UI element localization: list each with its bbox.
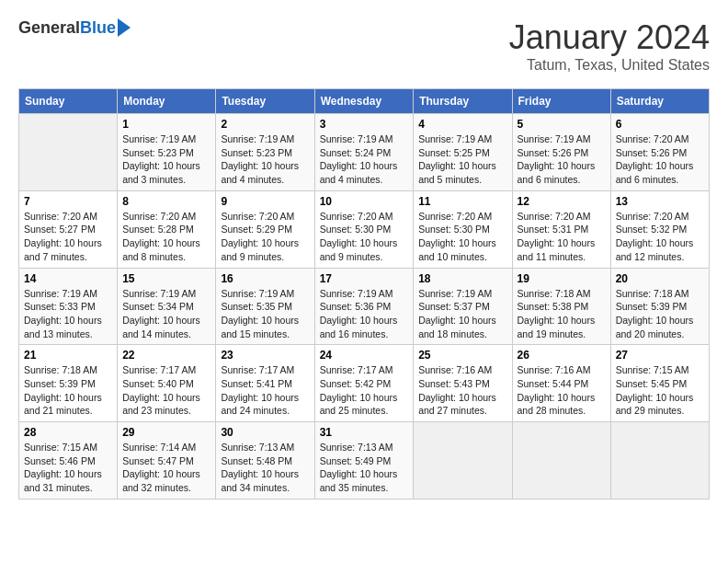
day-number: 10	[320, 195, 409, 208]
week-row-2: 7Sunrise: 7:20 AM Sunset: 5:27 PM Daylig…	[19, 190, 710, 268]
page-header: General Blue January 2024 Tatum, Texas, …	[18, 18, 710, 74]
day-number: 24	[320, 349, 409, 362]
day-info: Sunrise: 7:18 AM Sunset: 5:38 PM Dayligh…	[518, 287, 606, 341]
day-header-saturday: Saturday	[610, 89, 709, 114]
calendar-cell	[414, 422, 512, 500]
day-header-tuesday: Tuesday	[216, 89, 314, 114]
calendar-cell: 7Sunrise: 7:20 AM Sunset: 5:27 PM Daylig…	[19, 190, 118, 268]
day-number: 26	[518, 349, 606, 362]
day-info: Sunrise: 7:19 AM Sunset: 5:25 PM Dayligh…	[418, 132, 506, 187]
day-info: Sunrise: 7:19 AM Sunset: 5:23 PM Dayligh…	[122, 132, 210, 187]
calendar-table: SundayMondayTuesdayWednesdayThursdayFrid…	[18, 88, 710, 500]
calendar-cell	[512, 422, 610, 500]
logo-general-text: General	[18, 18, 80, 38]
day-info: Sunrise: 7:17 AM Sunset: 5:42 PM Dayligh…	[320, 363, 409, 418]
day-info: Sunrise: 7:20 AM Sunset: 5:27 PM Dayligh…	[24, 210, 112, 264]
day-number: 30	[221, 426, 309, 439]
calendar-cell: 11Sunrise: 7:20 AM Sunset: 5:30 PM Dayli…	[414, 190, 512, 268]
day-number: 15	[122, 272, 210, 285]
day-number: 28	[24, 426, 112, 439]
day-number: 23	[221, 349, 309, 362]
calendar-subtitle: Tatum, Texas, United States	[509, 57, 710, 74]
day-number: 7	[24, 195, 112, 208]
calendar-cell: 23Sunrise: 7:17 AM Sunset: 5:41 PM Dayli…	[216, 345, 314, 422]
calendar-body: 1Sunrise: 7:19 AM Sunset: 5:23 PM Daylig…	[19, 114, 710, 500]
day-info: Sunrise: 7:20 AM Sunset: 5:31 PM Dayligh…	[518, 210, 606, 264]
calendar-cell: 31Sunrise: 7:13 AM Sunset: 5:49 PM Dayli…	[314, 422, 414, 500]
day-number: 18	[418, 272, 506, 285]
day-info: Sunrise: 7:19 AM Sunset: 5:23 PM Dayligh…	[221, 132, 309, 187]
calendar-cell: 17Sunrise: 7:19 AM Sunset: 5:36 PM Dayli…	[314, 268, 414, 345]
day-info: Sunrise: 7:19 AM Sunset: 5:36 PM Dayligh…	[320, 287, 409, 341]
day-number: 21	[24, 349, 112, 362]
calendar-cell: 13Sunrise: 7:20 AM Sunset: 5:32 PM Dayli…	[610, 190, 709, 268]
day-info: Sunrise: 7:16 AM Sunset: 5:44 PM Dayligh…	[518, 363, 606, 418]
calendar-cell: 15Sunrise: 7:19 AM Sunset: 5:34 PM Dayli…	[118, 268, 216, 345]
day-info: Sunrise: 7:20 AM Sunset: 5:28 PM Dayligh…	[122, 210, 210, 264]
calendar-cell: 24Sunrise: 7:17 AM Sunset: 5:42 PM Dayli…	[314, 345, 414, 422]
calendar-cell: 28Sunrise: 7:15 AM Sunset: 5:46 PM Dayli…	[19, 422, 118, 500]
day-info: Sunrise: 7:20 AM Sunset: 5:29 PM Dayligh…	[221, 210, 309, 264]
calendar-cell: 9Sunrise: 7:20 AM Sunset: 5:29 PM Daylig…	[216, 190, 314, 268]
calendar-cell: 30Sunrise: 7:13 AM Sunset: 5:48 PM Dayli…	[216, 422, 314, 500]
day-header-friday: Friday	[512, 89, 610, 114]
day-info: Sunrise: 7:20 AM Sunset: 5:26 PM Dayligh…	[616, 132, 704, 187]
calendar-cell: 26Sunrise: 7:16 AM Sunset: 5:44 PM Dayli…	[512, 345, 610, 422]
day-number: 3	[320, 118, 409, 131]
day-info: Sunrise: 7:19 AM Sunset: 5:26 PM Dayligh…	[518, 132, 606, 187]
day-info: Sunrise: 7:13 AM Sunset: 5:49 PM Dayligh…	[320, 441, 409, 495]
day-number: 29	[122, 426, 210, 439]
day-number: 19	[518, 272, 606, 285]
day-number: 27	[616, 349, 704, 362]
calendar-cell	[610, 422, 709, 500]
day-number: 25	[418, 349, 506, 362]
title-block: January 2024 Tatum, Texas, United States	[509, 18, 710, 74]
calendar-cell	[19, 114, 118, 191]
week-row-1: 1Sunrise: 7:19 AM Sunset: 5:23 PM Daylig…	[19, 114, 710, 191]
day-number: 20	[616, 272, 704, 285]
day-info: Sunrise: 7:20 AM Sunset: 5:30 PM Dayligh…	[418, 210, 506, 264]
day-info: Sunrise: 7:17 AM Sunset: 5:41 PM Dayligh…	[221, 363, 309, 418]
day-info: Sunrise: 7:19 AM Sunset: 5:33 PM Dayligh…	[24, 287, 112, 341]
day-number: 4	[418, 118, 506, 131]
logo-arrow-icon	[118, 18, 131, 37]
day-number: 6	[616, 118, 704, 131]
calendar-cell: 8Sunrise: 7:20 AM Sunset: 5:28 PM Daylig…	[118, 190, 216, 268]
day-number: 8	[122, 195, 210, 208]
week-row-5: 28Sunrise: 7:15 AM Sunset: 5:46 PM Dayli…	[19, 422, 710, 500]
day-number: 14	[24, 272, 112, 285]
day-number: 31	[320, 426, 409, 439]
day-number: 22	[122, 349, 210, 362]
calendar-cell: 10Sunrise: 7:20 AM Sunset: 5:30 PM Dayli…	[314, 190, 414, 268]
day-header-sunday: Sunday	[19, 89, 118, 114]
calendar-cell: 12Sunrise: 7:20 AM Sunset: 5:31 PM Dayli…	[512, 190, 610, 268]
calendar-cell: 27Sunrise: 7:15 AM Sunset: 5:45 PM Dayli…	[610, 345, 709, 422]
calendar-header: SundayMondayTuesdayWednesdayThursdayFrid…	[19, 89, 710, 114]
day-header-thursday: Thursday	[414, 89, 512, 114]
day-number: 1	[122, 118, 210, 131]
calendar-cell: 5Sunrise: 7:19 AM Sunset: 5:26 PM Daylig…	[512, 114, 610, 191]
day-info: Sunrise: 7:20 AM Sunset: 5:32 PM Dayligh…	[616, 210, 704, 264]
day-info: Sunrise: 7:17 AM Sunset: 5:40 PM Dayligh…	[122, 363, 210, 418]
day-info: Sunrise: 7:15 AM Sunset: 5:46 PM Dayligh…	[24, 441, 112, 495]
day-info: Sunrise: 7:19 AM Sunset: 5:35 PM Dayligh…	[221, 287, 309, 341]
week-row-3: 14Sunrise: 7:19 AM Sunset: 5:33 PM Dayli…	[19, 268, 710, 345]
calendar-cell: 29Sunrise: 7:14 AM Sunset: 5:47 PM Dayli…	[118, 422, 216, 500]
day-info: Sunrise: 7:18 AM Sunset: 5:39 PM Dayligh…	[616, 287, 704, 341]
calendar-cell: 22Sunrise: 7:17 AM Sunset: 5:40 PM Dayli…	[118, 345, 216, 422]
calendar-cell: 2Sunrise: 7:19 AM Sunset: 5:23 PM Daylig…	[216, 114, 314, 191]
day-number: 5	[518, 118, 606, 131]
calendar-cell: 4Sunrise: 7:19 AM Sunset: 5:25 PM Daylig…	[414, 114, 512, 191]
day-header-monday: Monday	[118, 89, 216, 114]
calendar-cell: 3Sunrise: 7:19 AM Sunset: 5:24 PM Daylig…	[314, 114, 414, 191]
calendar-cell: 19Sunrise: 7:18 AM Sunset: 5:38 PM Dayli…	[512, 268, 610, 345]
day-number: 17	[320, 272, 409, 285]
day-info: Sunrise: 7:19 AM Sunset: 5:24 PM Dayligh…	[320, 132, 409, 187]
calendar-cell: 20Sunrise: 7:18 AM Sunset: 5:39 PM Dayli…	[610, 268, 709, 345]
day-info: Sunrise: 7:19 AM Sunset: 5:34 PM Dayligh…	[122, 287, 210, 341]
day-info: Sunrise: 7:14 AM Sunset: 5:47 PM Dayligh…	[122, 441, 210, 495]
day-number: 12	[518, 195, 606, 208]
calendar-cell: 21Sunrise: 7:18 AM Sunset: 5:39 PM Dayli…	[19, 345, 118, 422]
day-number: 13	[616, 195, 704, 208]
day-info: Sunrise: 7:19 AM Sunset: 5:37 PM Dayligh…	[418, 287, 506, 341]
